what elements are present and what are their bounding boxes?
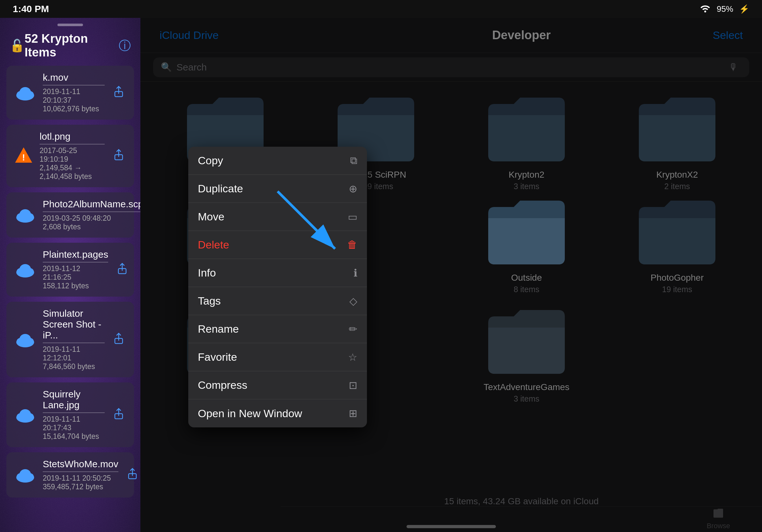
svg-point-11 [20, 209, 31, 220]
menu-item-duplicate[interactable]: Duplicate ⊕ [188, 175, 367, 203]
panel-item-name: k.mov [43, 72, 105, 83]
panel-item-size: 2,149,584 → 2,140,458 bytes [39, 164, 105, 181]
panel-item-size: 15,164,704 bytes [43, 432, 105, 441]
panel-item-info: Plaintext.pages 2019-11-12 21:16:25 158,… [43, 249, 108, 290]
menu-label: Copy [198, 154, 223, 167]
menu-label: Delete [198, 238, 229, 251]
cloud-icon [14, 465, 37, 485]
panel-item-date: 2019-11-12 21:16:25 [43, 264, 108, 282]
panel-item-size: 359,485,712 bytes [43, 483, 118, 491]
menu-item-info[interactable]: Info ℹ [188, 259, 367, 287]
panel-item-date: 2019-11-11 20:10:37 [43, 87, 105, 104]
menu-icon: 🗑 [347, 239, 357, 251]
battery-level: 95% [717, 4, 733, 14]
menu-label: Open in New Window [198, 407, 302, 420]
svg-text:!: ! [22, 153, 25, 162]
panel-list-item[interactable]: Squirrely Lane.jpg 2019-11-11 20:17:43 1… [6, 382, 134, 447]
share-icon[interactable] [111, 330, 126, 349]
drag-handle[interactable] [57, 24, 83, 26]
menu-item-compress[interactable]: Compress ⊡ [188, 371, 367, 399]
menu-item-delete[interactable]: Delete 🗑 [188, 231, 367, 259]
menu-icon: ℹ [353, 267, 357, 279]
panel-list-item[interactable]: Simulator Screen Shot - iP... 2019-11-11… [6, 302, 134, 377]
menu-label: Rename [198, 323, 239, 335]
menu-item-favorite[interactable]: Favorite ☆ [188, 343, 367, 371]
svg-point-21 [20, 334, 31, 344]
menu-label: Compress [198, 379, 247, 391]
share-icon[interactable] [111, 83, 126, 102]
menu-icon: ⊞ [349, 407, 357, 420]
lock-icon: 🔓 [10, 38, 25, 53]
menu-item-copy[interactable]: Copy ⧉ [188, 147, 367, 175]
panel-item-divider [43, 262, 108, 262]
panel-header: 🔓 52 Krypton Items ⓘ [0, 32, 140, 66]
panel-item-info: k.mov 2019-11-11 20:10:37 10,062,976 byt… [43, 72, 105, 113]
panel-item-name: Squirrely Lane.jpg [43, 389, 105, 411]
panel-item-divider [43, 471, 118, 472]
status-time: 1:40 PM [13, 4, 49, 14]
menu-icon: ✏ [349, 323, 357, 335]
left-panel: 🔓 52 Krypton Items ⓘ k.mov 2019-11-11 20… [0, 18, 140, 532]
panel-item-size: 158,112 bytes [43, 282, 108, 290]
panel-item-name: Simulator Screen Shot - iP... [43, 308, 105, 341]
panel-item-name: Photo2AlbumName.scpt [43, 199, 140, 210]
panel-item-info: Simulator Screen Shot - iP... 2019-11-11… [43, 308, 105, 371]
menu-item-tags[interactable]: Tags ◇ [188, 287, 367, 315]
panel-item-divider [43, 343, 105, 343]
panel-list-item[interactable]: k.mov 2019-11-11 20:10:37 10,062,976 byt… [6, 66, 134, 120]
panel-item-date: 2019-11-11 12:12:01 [43, 345, 105, 362]
panel-list-item[interactable]: Plaintext.pages 2019-11-12 21:16:25 158,… [6, 243, 134, 297]
share-icon[interactable] [111, 405, 126, 425]
menu-label: Move [198, 211, 224, 223]
panel-title: 52 Krypton Items [25, 32, 119, 59]
menu-icon: ◇ [349, 295, 357, 307]
context-menu: Copy ⧉ Duplicate ⊕ Move ▭ Delete 🗑 Info … [188, 147, 367, 428]
panel-item-size: 10,062,976 bytes [43, 104, 105, 113]
panel-item-divider [39, 144, 105, 145]
svg-point-3 [20, 87, 31, 97]
panel-item-info: lotl.png 2017-05-25 19:10:19 2,149,584 →… [39, 131, 105, 181]
panel-items: k.mov 2019-11-11 20:10:37 10,062,976 byt… [0, 66, 140, 532]
panel-item-name: StetsWhoMe.mov [43, 459, 118, 470]
menu-icon: ⊡ [349, 379, 357, 391]
panel-item-name: lotl.png [39, 131, 105, 142]
share-icon[interactable] [111, 146, 126, 166]
svg-point-31 [20, 469, 31, 479]
cloud-icon [14, 330, 37, 349]
menu-icon: ⊕ [349, 183, 357, 195]
menu-icon: ▭ [348, 211, 357, 223]
menu-label: Tags [198, 295, 221, 307]
info-icon[interactable]: ⓘ [119, 37, 131, 54]
cloud-icon [14, 260, 37, 279]
panel-list-item[interactable]: StetsWhoMe.mov 2019-11-11 20:50:25 359,4… [6, 452, 134, 498]
status-right: 95% ⚡ [700, 4, 749, 15]
menu-item-move[interactable]: Move ▭ [188, 203, 367, 231]
panel-item-divider [43, 412, 105, 413]
share-icon[interactable] [125, 465, 140, 485]
menu-item-rename[interactable]: Rename ✏ [188, 315, 367, 343]
panel-item-size: 2,608 bytes [43, 223, 140, 231]
menu-icon: ☆ [348, 351, 357, 363]
wifi-icon [700, 4, 711, 15]
panel-item-info: Photo2AlbumName.scpt 2019-03-25 09:48:20… [43, 199, 140, 231]
panel-item-divider [43, 85, 105, 86]
svg-point-16 [20, 264, 31, 274]
cloud-icon [14, 405, 37, 425]
menu-item-open-in-new-window[interactable]: Open in New Window ⊞ [188, 399, 367, 428]
panel-item-date: 2019-11-11 20:17:43 [43, 415, 105, 432]
share-icon[interactable] [114, 260, 130, 279]
panel-item-divider [43, 212, 140, 212]
panel-item-info: Squirrely Lane.jpg 2019-11-11 20:17:43 1… [43, 389, 105, 441]
battery-icon: ⚡ [739, 4, 749, 14]
panel-item-info: StetsWhoMe.mov 2019-11-11 20:50:25 359,4… [43, 459, 118, 491]
panel-item-name: Plaintext.pages [43, 249, 108, 260]
panel-list-item[interactable]: Photo2AlbumName.scpt 2019-03-25 09:48:20… [6, 192, 134, 237]
svg-point-26 [20, 409, 31, 420]
cloud-icon [14, 83, 37, 102]
status-bar: 1:40 PM 95% ⚡ [0, 0, 762, 18]
menu-label: Info [198, 267, 216, 279]
panel-item-date: 2017-05-25 19:10:19 [39, 146, 105, 164]
panel-list-item[interactable]: ! lotl.png 2017-05-25 19:10:19 2,149,584… [6, 125, 134, 187]
menu-label: Duplicate [198, 182, 243, 195]
panel-item-date: 2019-11-11 20:50:25 [43, 474, 118, 483]
